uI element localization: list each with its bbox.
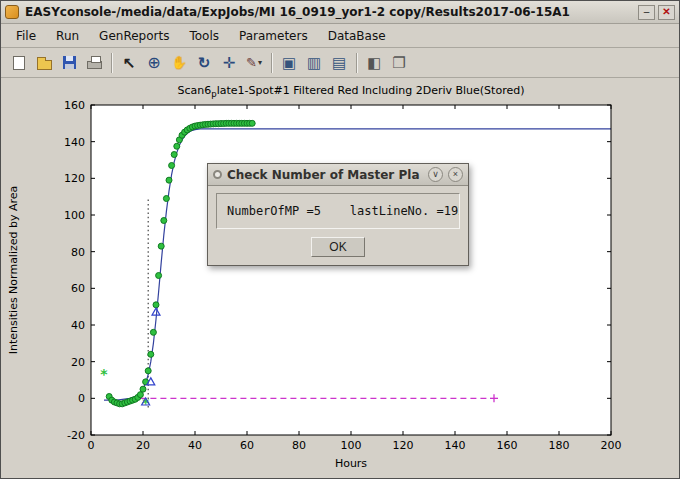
plot-tools-button[interactable] [362, 51, 386, 75]
svg-text:80: 80 [71, 246, 85, 259]
brush-button[interactable] [242, 51, 266, 75]
menu-item-run[interactable]: Run [47, 26, 88, 46]
save-icon [63, 56, 76, 69]
svg-text:160: 160 [64, 99, 85, 112]
app-window: EASYconsole-/media/data/ExpJobs/MI 16_09… [0, 0, 680, 479]
dialog-title: Check Number of Master Pla [227, 168, 423, 182]
svg-text:0: 0 [88, 439, 95, 452]
svg-text:200: 200 [601, 439, 622, 452]
menu-item-genreports[interactable]: GenReports [90, 26, 178, 46]
axes-background [91, 105, 611, 435]
svg-text:160: 160 [497, 439, 518, 452]
menubar: File Run GenReports Tools Parameters Dat… [1, 24, 679, 48]
chart[interactable]: **020406080100120140160180200-2002040608… [1, 78, 679, 478]
svg-text:120: 120 [64, 172, 85, 185]
y-axis-label: Intensities Normalized by Area [7, 186, 20, 355]
pan-button[interactable] [167, 51, 191, 75]
dialog-close-button[interactable]: × [448, 167, 463, 182]
dialog-icon [213, 170, 222, 179]
print-icon [87, 61, 102, 69]
insert-chart-button[interactable] [277, 51, 301, 75]
x-axis-label: Hours [335, 457, 367, 470]
rotate-icon [198, 55, 211, 70]
svg-text:100: 100 [64, 209, 85, 222]
toolbar-separator [271, 53, 272, 73]
dock-figure-icon [392, 55, 405, 70]
dialog-collapse-button[interactable]: ∨ [428, 167, 443, 182]
menu-item-database[interactable]: DataBase [319, 26, 395, 46]
close-button[interactable]: ✕ [658, 5, 675, 20]
brush-icon [246, 56, 262, 69]
svg-text:120: 120 [393, 439, 414, 452]
open-button[interactable] [32, 51, 56, 75]
insert-chart-icon [282, 55, 296, 70]
svg-text:40: 40 [71, 319, 85, 332]
pan-icon [171, 56, 187, 69]
svg-text:140: 140 [64, 136, 85, 149]
ok-button[interactable]: OK [311, 237, 365, 257]
menu-item-parameters[interactable]: Parameters [230, 26, 317, 46]
svg-text:80: 80 [292, 439, 306, 452]
dock-figure-button[interactable] [387, 51, 411, 75]
window-title: EASYconsole-/media/data/ExpJobs/MI 16_09… [25, 5, 638, 19]
svg-text:20: 20 [136, 439, 150, 452]
svg-text:0: 0 [78, 392, 85, 405]
toolbar-separator [356, 53, 357, 73]
insert-colorbar-button[interactable] [302, 51, 326, 75]
app-icon [5, 5, 19, 19]
check-master-plate-dialog: Check Number of Master Pla ∨ × NumberOfM… [207, 163, 469, 266]
insert-legend-icon [332, 55, 346, 70]
rotate-button[interactable] [192, 51, 216, 75]
zoom-in-button[interactable] [142, 51, 166, 75]
pointer-button[interactable] [117, 51, 141, 75]
new-button[interactable] [7, 51, 31, 75]
toolbar-separator [111, 53, 112, 73]
svg-text:*: * [100, 366, 108, 382]
save-button[interactable] [57, 51, 81, 75]
print-button[interactable] [82, 51, 106, 75]
svg-text:60: 60 [71, 282, 85, 295]
data-cursor-button[interactable] [217, 51, 241, 75]
svg-text:20: 20 [71, 356, 85, 369]
menu-item-tools[interactable]: Tools [180, 26, 228, 46]
new-icon [13, 56, 25, 70]
chart-title: Scan6plate1-Spot#1 Filtered Red Includin… [178, 84, 525, 99]
svg-text:-20: -20 [67, 429, 85, 442]
pointer-icon [123, 55, 136, 70]
data-cursor-icon [223, 55, 236, 70]
dialog-message: NumberOfMP =5 lastLineNo. =1928 [216, 193, 460, 229]
svg-text:40: 40 [188, 439, 202, 452]
insert-legend-button[interactable] [327, 51, 351, 75]
open-icon [37, 60, 52, 70]
zoom-in-icon [147, 55, 160, 71]
insert-colorbar-icon [307, 55, 321, 70]
svg-text:180: 180 [549, 439, 570, 452]
toolbar [1, 48, 679, 78]
figure-area: **020406080100120140160180200-2002040608… [1, 78, 679, 478]
plot-tools-icon [367, 55, 381, 70]
titlebar[interactable]: EASYconsole-/media/data/ExpJobs/MI 16_09… [1, 1, 679, 24]
minimize-button[interactable]: – [638, 5, 655, 20]
menu-item-file[interactable]: File [7, 26, 45, 46]
dialog-body: NumberOfMP =5 lastLineNo. =1928 OK [208, 186, 468, 265]
svg-text:140: 140 [445, 439, 466, 452]
svg-text:100: 100 [341, 439, 362, 452]
dialog-titlebar[interactable]: Check Number of Master Pla ∨ × [208, 164, 468, 186]
svg-text:60: 60 [240, 439, 254, 452]
